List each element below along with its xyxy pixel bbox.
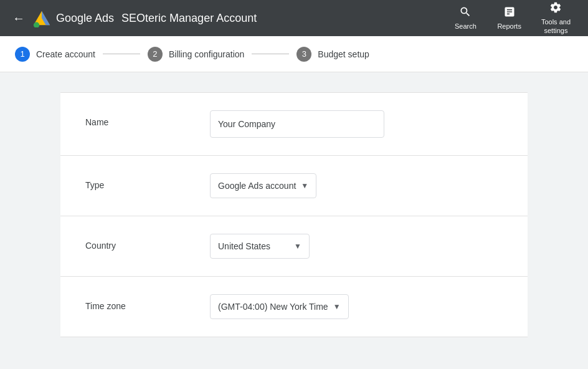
step-budget-setup: 3 Budget setup — [296, 47, 369, 62]
country-dropdown-arrow-icon: ▼ — [294, 242, 301, 251]
timezone-input-col: (GMT-04:00) New York Time ▼ — [210, 294, 503, 319]
header-logo: Google Ads SEOteric Manager Account — [32, 9, 257, 27]
account-name-label: SEOteric Manager Account — [121, 12, 257, 25]
reports-nav-label: Reports — [497, 22, 521, 31]
type-label: Type — [85, 180, 104, 190]
country-section: Country United States ▼ — [60, 216, 528, 277]
search-nav-icon — [459, 6, 472, 20]
app-header: ← Google Ads SEOteric Manager Account Se… — [0, 0, 588, 36]
name-label: Name — [85, 117, 108, 127]
timezone-select[interactable]: (GMT-04:00) New York Time ▼ — [210, 294, 349, 319]
nav-tools-settings[interactable]: Tools and settings — [531, 0, 581, 36]
country-select-value: United States — [218, 241, 270, 251]
type-label-col: Type — [85, 173, 210, 191]
header-navigation: Search Reports Tools and settings — [443, 0, 581, 36]
timezone-label: Time zone — [85, 301, 126, 311]
type-section: Type Google Ads account ▼ — [60, 156, 528, 216]
step-2-circle: 2 — [148, 47, 163, 62]
timezone-section: Time zone (GMT-04:00) New York Time ▼ — [60, 277, 528, 337]
timezone-select-value: (GMT-04:00) New York Time — [218, 302, 328, 312]
nav-reports[interactable]: Reports — [487, 0, 531, 36]
tools-settings-nav-icon — [549, 1, 562, 16]
timezone-dropdown-arrow-icon: ▼ — [333, 302, 341, 311]
country-input-col: United States ▼ — [210, 234, 503, 259]
google-ads-logo-icon — [32, 9, 51, 27]
main-content: Name Type Google Ads account ▼ Country U… — [0, 72, 588, 357]
name-section: Name — [60, 92, 528, 156]
step-1-circle: 1 — [15, 47, 30, 62]
name-input-col — [210, 110, 503, 138]
step-3-label: Budget setup — [318, 49, 369, 59]
country-select[interactable]: United States ▼ — [210, 234, 310, 259]
type-select[interactable]: Google Ads account ▼ — [210, 173, 316, 198]
name-input[interactable] — [210, 110, 384, 138]
search-nav-label: Search — [455, 22, 477, 31]
step-1-label: Create account — [36, 49, 95, 59]
step-billing-configuration: 2 Billing configuration — [148, 47, 244, 62]
type-select-value: Google Ads account — [218, 181, 296, 191]
step-2-label: Billing configuration — [169, 49, 244, 59]
nav-search[interactable]: Search — [443, 0, 487, 36]
step-connector-2 — [252, 54, 289, 54]
app-name-label: Google Ads — [56, 12, 114, 25]
type-input-col: Google Ads account ▼ — [210, 173, 503, 198]
back-button[interactable]: ← — [7, 7, 30, 29]
tools-settings-nav-label: Tools and settings — [541, 18, 571, 34]
step-3-circle: 3 — [296, 47, 311, 62]
timezone-label-col: Time zone — [85, 294, 210, 312]
step-create-account: 1 Create account — [15, 47, 95, 62]
name-label-col: Name — [85, 110, 210, 128]
country-label: Country — [85, 241, 116, 251]
country-label-col: Country — [85, 234, 210, 251]
reports-nav-icon — [503, 6, 516, 20]
step-connector-1 — [103, 54, 140, 54]
stepper-bar: 1 Create account 2 Billing configuration… — [0, 36, 588, 72]
type-dropdown-arrow-icon: ▼ — [301, 181, 308, 190]
